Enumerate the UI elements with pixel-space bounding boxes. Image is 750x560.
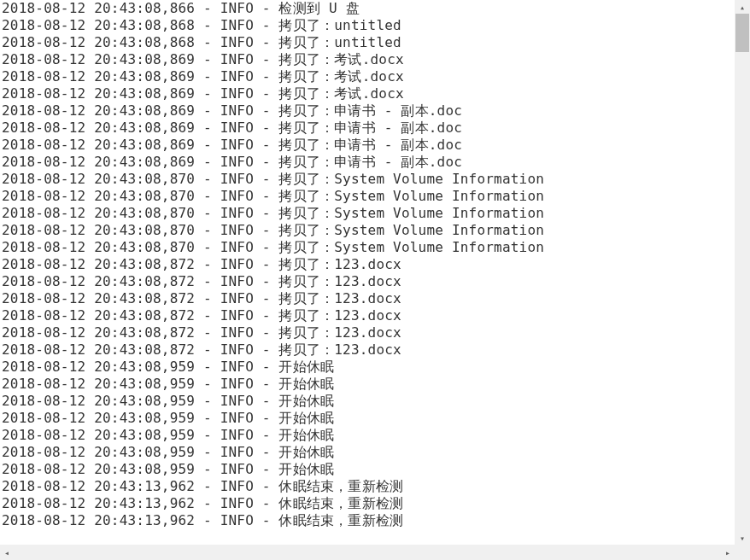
log-line: 2018-08-12 20:43:08,959 - INFO - 开始休眠 xyxy=(2,427,735,444)
log-line: 2018-08-12 20:43:08,870 - INFO - 拷贝了：Sys… xyxy=(2,171,735,188)
scroll-left-arrow-icon[interactable]: ◂ xyxy=(0,545,14,560)
vertical-scrollbar-thumb[interactable] xyxy=(735,14,749,52)
log-line: 2018-08-12 20:43:08,870 - INFO - 拷贝了：Sys… xyxy=(2,205,735,222)
log-line: 2018-08-12 20:43:08,872 - INFO - 拷贝了：123… xyxy=(2,273,735,290)
log-line: 2018-08-12 20:43:08,869 - INFO - 拷贝了：申请书… xyxy=(2,154,735,171)
log-line: 2018-08-12 20:43:08,959 - INFO - 开始休眠 xyxy=(2,444,735,461)
scrollbar-corner xyxy=(735,545,750,560)
log-line: 2018-08-12 20:43:08,959 - INFO - 开始休眠 xyxy=(2,359,735,376)
log-line: 2018-08-12 20:43:08,866 - INFO - 检测到 U 盘 xyxy=(2,0,735,17)
log-line: 2018-08-12 20:43:13,962 - INFO - 休眠结束，重新… xyxy=(2,512,735,529)
log-line: 2018-08-12 20:43:08,868 - INFO - 拷贝了：unt… xyxy=(2,17,735,34)
log-line: 2018-08-12 20:43:08,872 - INFO - 拷贝了：123… xyxy=(2,307,735,324)
log-line: 2018-08-12 20:43:08,872 - INFO - 拷贝了：123… xyxy=(2,256,735,273)
log-line: 2018-08-12 20:43:08,959 - INFO - 开始休眠 xyxy=(2,376,735,393)
log-line: 2018-08-12 20:43:08,872 - INFO - 拷贝了：123… xyxy=(2,290,735,307)
scroll-down-arrow-icon[interactable]: ▾ xyxy=(735,531,750,545)
log-line: 2018-08-12 20:43:08,869 - INFO - 拷贝了：考试.… xyxy=(2,85,735,102)
log-line: 2018-08-12 20:43:08,872 - INFO - 拷贝了：123… xyxy=(2,341,735,359)
log-line: 2018-08-12 20:43:08,870 - INFO - 拷贝了：Sys… xyxy=(2,239,735,256)
vertical-scrollbar[interactable]: ▴ ▾ xyxy=(735,0,750,545)
log-line: 2018-08-12 20:43:08,872 - INFO - 拷贝了：123… xyxy=(2,324,735,341)
scroll-right-arrow-icon[interactable]: ▸ xyxy=(721,545,735,560)
horizontal-scrollbar[interactable]: ◂ ▸ xyxy=(0,545,735,560)
log-line: 2018-08-12 20:43:08,870 - INFO - 拷贝了：Sys… xyxy=(2,188,735,205)
log-line: 2018-08-12 20:43:08,959 - INFO - 开始休眠 xyxy=(2,461,735,478)
log-line: 2018-08-12 20:43:08,959 - INFO - 开始休眠 xyxy=(2,393,735,410)
log-line: 2018-08-12 20:43:08,869 - INFO - 拷贝了：考试.… xyxy=(2,51,735,68)
log-line: 2018-08-12 20:43:08,870 - INFO - 拷贝了：Sys… xyxy=(2,222,735,239)
scroll-up-arrow-icon[interactable]: ▴ xyxy=(735,0,750,14)
log-line: 2018-08-12 20:43:08,869 - INFO - 拷贝了：申请书… xyxy=(2,102,735,120)
log-line: 2018-08-12 20:43:08,869 - INFO - 拷贝了：申请书… xyxy=(2,137,735,154)
log-line: 2018-08-12 20:43:08,868 - INFO - 拷贝了：unt… xyxy=(2,34,735,51)
log-line: 2018-08-12 20:43:13,962 - INFO - 休眠结束，重新… xyxy=(2,495,735,512)
log-line: 2018-08-12 20:43:08,959 - INFO - 开始休眠 xyxy=(2,410,735,427)
log-line: 2018-08-12 20:43:13,962 - INFO - 休眠结束，重新… xyxy=(2,478,735,495)
log-output-area: 2018-08-12 20:43:08,866 - INFO - 检测到 U 盘… xyxy=(2,0,735,543)
log-line: 2018-08-12 20:43:08,869 - INFO - 拷贝了：申请书… xyxy=(2,120,735,137)
log-line: 2018-08-12 20:43:08,869 - INFO - 拷贝了：考试.… xyxy=(2,68,735,85)
log-lines-container: 2018-08-12 20:43:08,866 - INFO - 检测到 U 盘… xyxy=(2,0,735,529)
